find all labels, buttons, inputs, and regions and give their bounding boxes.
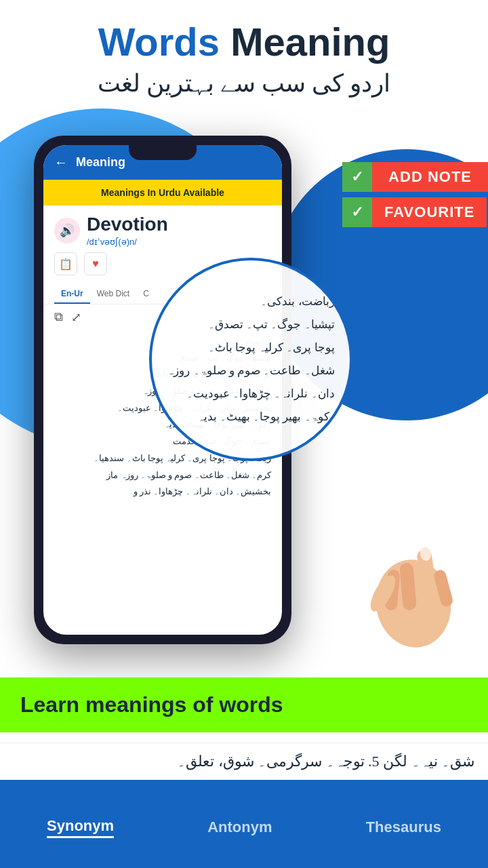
hand-area <box>352 515 474 651</box>
magnifier: رباضت، بندکی۔ تپشیا۔ جوگ۔ تپ۔ تصدق۔ پوجا… <box>149 258 352 461</box>
nav-label-synonym: Synonym <box>47 817 114 838</box>
nav-item-synonym[interactable]: Synonym <box>47 817 114 838</box>
magnifier-content: رباضت، بندکی۔ تپشیا۔ جوگ۔ تپ۔ تصدق۔ پوجا… <box>160 283 341 435</box>
tab-en-ur[interactable]: En-Ur <box>54 283 90 304</box>
phonetic-text: /dɪˈvəʊʃ(ə)n/ <box>87 237 168 247</box>
urdu-line-10: بخشیش۔ دان۔ نلرانہ۔ چڑھاوا۔ نذر و <box>54 484 271 500</box>
bottom-urdu-text: شق۔ نیہ۔ لگن 5. توجہ۔ سرگرمی۔ شوق، تعلق۔ <box>177 753 474 770</box>
mag-line-4: شغل۔ طاعت۔ صوم و صلوۃ۔ روزہ <box>167 359 334 382</box>
speaker-icon[interactable]: 🔊 <box>54 218 80 243</box>
app-bar-title: Meaning <box>76 155 125 170</box>
action-buttons: ✓ ADD NOTE ✓ FAVOURITE <box>342 162 488 233</box>
nav-item-antonym[interactable]: Antonym <box>207 818 272 836</box>
word-row: 🔊 Devotion /dɪˈvəʊʃ(ə)n/ <box>54 214 271 247</box>
bottom-nav: Synonym Antonym Thesaurus <box>0 780 488 868</box>
share-icon[interactable]: ⤢ <box>71 310 81 325</box>
header-words: Words <box>98 20 220 64</box>
header-meaning: Meaning <box>220 20 390 64</box>
back-arrow-icon[interactable]: ← <box>54 155 68 170</box>
mag-line-5: دان۔ نلرانہ۔ چڑھاوا۔ عبودیت۔ <box>167 382 334 406</box>
nav-label-antonym: Antonym <box>207 818 272 836</box>
hand-svg <box>352 515 474 651</box>
mag-line-3: پوجا پری۔ کرلیہ پوجا باٹ۔ <box>167 336 334 359</box>
meaning-banner: Meanings In Urdu Available <box>43 180 282 205</box>
mag-line-1: رباضت، بندکی۔ <box>167 290 334 313</box>
header-title: Words Meaning <box>14 20 474 64</box>
nav-item-thesaurus[interactable]: Thesaurus <box>366 818 441 836</box>
favourite-row: ✓ FAVOURITE <box>342 197 488 227</box>
add-note-row: ✓ ADD NOTE <box>342 162 488 192</box>
favourite-button[interactable]: FAVOURITE <box>372 197 487 227</box>
mag-line-2: تپشیا۔ جوگ۔ تپ۔ تصدق۔ <box>167 313 334 336</box>
add-note-button[interactable]: ADD NOTE <box>372 162 488 192</box>
heart-icon[interactable]: ♥ <box>84 252 107 275</box>
phone-notch <box>129 145 197 160</box>
copy-icon[interactable]: ⧉ <box>54 310 63 325</box>
mag-line-6: رکوۃ۔ بھیر پوجا۔ بھیٹ۔ بدیہ <box>167 406 334 429</box>
bottom-urdu-strip: شق۔ نیہ۔ لگن 5. توجہ۔ سرگرمی۔ شوق، تعلق۔ <box>0 743 488 780</box>
tab-c[interactable]: C <box>136 283 156 304</box>
learn-text: Learn meanings of words <box>20 692 283 717</box>
urdu-line-9: کرم۔ شغل۔ طاعت۔ صوم و صلوۃ۔ روزہ ماز <box>54 467 271 484</box>
edit-icon[interactable]: 📋 <box>54 252 77 275</box>
tab-web-dict[interactable]: Web Dict <box>90 283 136 304</box>
nav-label-thesaurus: Thesaurus <box>366 818 441 836</box>
meaning-banner-text: Meanings In Urdu Available <box>101 187 224 198</box>
favourite-check: ✓ <box>342 197 372 227</box>
header: Words Meaning اردو کی سب سے بہترین لغت <box>0 0 488 104</box>
add-note-check: ✓ <box>342 162 372 192</box>
word-text: Devotion <box>87 214 168 235</box>
header-subtitle: اردو کی سب سے بہترین لغت <box>14 69 474 98</box>
learn-banner: Learn meanings of words <box>0 677 488 732</box>
